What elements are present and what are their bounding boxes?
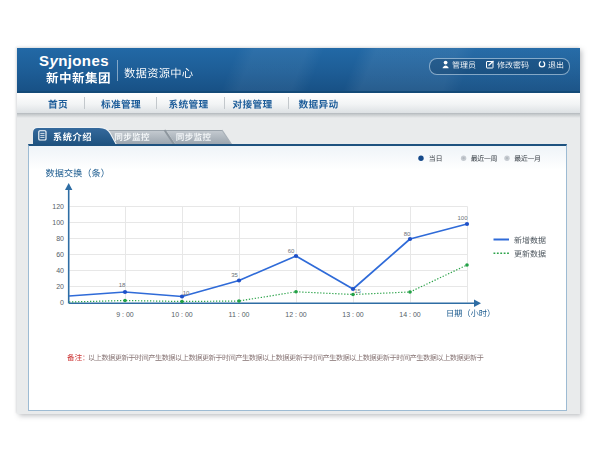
- svg-text:15: 15: [354, 288, 361, 294]
- svg-text:100: 100: [52, 219, 64, 226]
- svg-text:60: 60: [56, 251, 64, 258]
- svg-text:35: 35: [231, 272, 238, 278]
- svg-text:18: 18: [119, 282, 126, 288]
- svg-text:40: 40: [56, 267, 64, 274]
- svg-text:13 : 00: 13 : 00: [342, 311, 364, 318]
- svg-text:80: 80: [56, 235, 64, 242]
- svg-text:14 : 00: 14 : 00: [399, 311, 421, 318]
- svg-text:10 : 00: 10 : 00: [171, 311, 193, 318]
- svg-text:80: 80: [404, 231, 411, 237]
- svg-text:100: 100: [457, 215, 468, 221]
- svg-text:9 : 00: 9 : 00: [116, 311, 134, 318]
- svg-text:20: 20: [56, 283, 64, 290]
- svg-text:12 : 00: 12 : 00: [285, 311, 307, 318]
- svg-text:120: 120: [52, 203, 64, 210]
- svg-text:11 : 00: 11 : 00: [229, 311, 250, 318]
- svg-text:10: 10: [183, 290, 190, 296]
- svg-text:60: 60: [288, 248, 295, 254]
- svg-text:0: 0: [60, 299, 64, 306]
